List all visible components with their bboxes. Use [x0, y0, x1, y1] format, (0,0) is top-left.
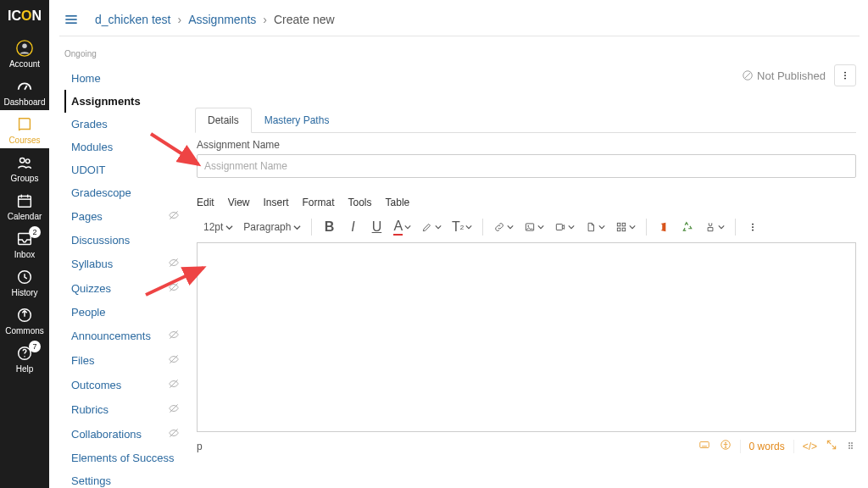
cnav-outcomes[interactable]: Outcomes: [64, 373, 181, 397]
user-icon: [15, 39, 34, 58]
rich-text-editor[interactable]: [197, 242, 856, 432]
crumb-assignments[interactable]: Assignments: [188, 13, 256, 26]
media-button[interactable]: [551, 217, 578, 237]
cnav-syllabus[interactable]: Syllabus: [64, 252, 181, 276]
svg-point-45: [851, 442, 852, 443]
toolbar-more-button[interactable]: [743, 217, 763, 237]
chevron-down-icon: [465, 224, 472, 230]
nav-commons[interactable]: Commons: [0, 301, 49, 339]
nav-calendar[interactable]: Calendar: [0, 186, 49, 225]
apps-button[interactable]: [612, 217, 639, 237]
link-icon: [493, 221, 505, 233]
equation-button[interactable]: [701, 217, 728, 237]
nav-account[interactable]: Account: [0, 34, 49, 72]
image-button[interactable]: [520, 217, 548, 237]
menu-edit[interactable]: Edit: [197, 197, 214, 208]
bold-button[interactable]: B: [319, 217, 339, 237]
svg-point-49: [851, 447, 852, 448]
document-button[interactable]: [581, 217, 609, 237]
publish-status: Not Published: [742, 69, 826, 82]
block-format-select[interactable]: Paragraph: [240, 217, 304, 237]
menu-table[interactable]: Table: [386, 197, 410, 208]
chevron-down-icon: [568, 224, 575, 230]
svg-line-26: [745, 73, 751, 79]
menu-format[interactable]: Format: [303, 197, 335, 208]
resize-handle[interactable]: [846, 440, 856, 452]
svg-point-3: [20, 158, 25, 164]
hidden-icon: [168, 209, 180, 224]
course-nav-heading: Ongoing: [64, 49, 181, 58]
cnav-elements[interactable]: Elements of Success: [64, 446, 181, 469]
more-options-button[interactable]: [834, 64, 856, 86]
cnav-home[interactable]: Home: [64, 67, 181, 90]
superscript-button[interactable]: T2: [448, 217, 476, 237]
nav-inbox[interactable]: 2 Inbox: [0, 225, 49, 263]
tab-details[interactable]: Details: [195, 108, 252, 133]
highlighter-icon: [421, 221, 433, 233]
menu-tools[interactable]: Tools: [348, 197, 372, 208]
svg-rect-36: [622, 228, 626, 231]
menu-insert[interactable]: Insert: [263, 197, 288, 208]
assignment-name-input[interactable]: [197, 154, 856, 178]
accessibility-checker-button[interactable]: [720, 439, 732, 453]
cnav-people[interactable]: People: [64, 301, 181, 324]
svg-point-1: [22, 44, 27, 49]
cnav-discussions[interactable]: Discussions: [64, 229, 181, 252]
fullscreen-button[interactable]: [826, 439, 837, 453]
divider: [59, 36, 860, 36]
fullscreen-icon: [826, 439, 837, 451]
keyboard-shortcuts-button[interactable]: [698, 439, 711, 453]
hidden-icon: [168, 329, 180, 343]
html-editor-button[interactable]: </>: [803, 441, 817, 452]
nav-help[interactable]: 7 Help: [0, 339, 49, 377]
cnav-grades[interactable]: Grades: [64, 113, 181, 136]
office365-button[interactable]: [654, 217, 674, 237]
svg-rect-35: [618, 228, 621, 231]
cnav-quizzes[interactable]: Quizzes: [64, 276, 181, 301]
svg-point-28: [844, 75, 846, 76]
inbox-badge: 2: [29, 226, 41, 238]
font-size-select[interactable]: 12pt: [200, 217, 236, 237]
cnav-pages[interactable]: Pages: [64, 204, 181, 229]
recycle-icon: [682, 221, 693, 233]
highlight-button[interactable]: [418, 217, 445, 237]
recycle-button[interactable]: [677, 217, 698, 237]
cnav-assignments[interactable]: Assignments: [64, 90, 181, 113]
nav-courses[interactable]: Courses: [0, 110, 49, 148]
cnav-udoit[interactable]: UDOIT: [64, 158, 181, 181]
history-icon: [15, 268, 34, 286]
page-actions: Not Published: [742, 64, 856, 86]
underline-button[interactable]: U: [366, 217, 387, 237]
tab-mastery-paths[interactable]: Mastery Paths: [252, 108, 342, 133]
editor-toolbar: 12pt Paragraph B I U A T2: [197, 214, 856, 241]
divider: [311, 219, 312, 236]
cnav-files[interactable]: Files: [64, 348, 181, 373]
svg-point-4: [25, 159, 30, 164]
word-count[interactable]: 0 words: [749, 441, 785, 452]
crumb-course[interactable]: d_chicken test: [95, 13, 171, 26]
chevron-down-icon: [435, 224, 442, 230]
topbar: d_chicken test › Assignments › Create ne…: [59, 5, 860, 34]
hidden-icon: [168, 427, 180, 441]
cnav-collaborations[interactable]: Collaborations: [64, 422, 181, 446]
chevron-down-icon: [629, 224, 636, 230]
link-button[interactable]: [490, 217, 517, 237]
course-nav-toggle[interactable]: [59, 8, 83, 31]
cnav-modules[interactable]: Modules: [64, 136, 181, 158]
nav-dashboard[interactable]: Dashboard: [0, 72, 49, 110]
element-path[interactable]: p: [197, 441, 203, 452]
nav-history[interactable]: History: [0, 263, 49, 301]
menu-view[interactable]: View: [228, 197, 250, 208]
italic-button[interactable]: I: [342, 217, 363, 237]
divider: [646, 219, 647, 236]
share-icon: [15, 306, 34, 324]
hidden-icon: [168, 353, 180, 368]
nav-groups[interactable]: Groups: [0, 148, 49, 186]
cnav-gradescope[interactable]: Gradescope: [64, 181, 181, 204]
cnav-rubrics[interactable]: Rubrics: [64, 397, 181, 422]
cnav-announcements[interactable]: Announcements: [64, 324, 181, 348]
svg-point-46: [849, 445, 849, 446]
course-nav: Ongoing Home Assignments Grades Modules …: [64, 49, 181, 488]
cnav-settings[interactable]: Settings: [64, 469, 181, 488]
text-color-button[interactable]: A: [390, 217, 415, 237]
